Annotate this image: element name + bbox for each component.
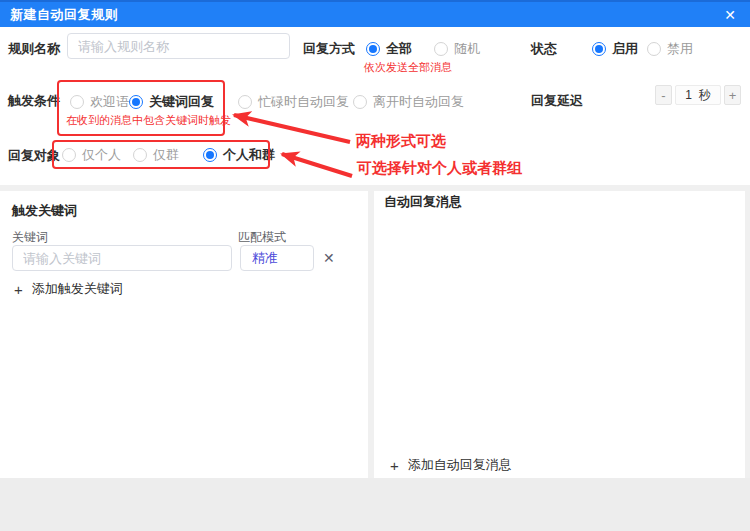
radio-label: 仅个人 (82, 146, 121, 164)
radio-label: 禁用 (667, 40, 693, 58)
radio-status-disabled[interactable]: 禁用 (647, 40, 693, 58)
radio-unselected-icon (133, 148, 147, 162)
close-icon[interactable]: ✕ (720, 6, 740, 24)
delay-number: 1 (685, 88, 692, 102)
radio-unselected-icon (353, 95, 367, 109)
match-mode-select[interactable]: 精准 (240, 245, 314, 271)
radio-target-group[interactable]: 仅群 (133, 146, 179, 164)
trigger-condition-label: 触发条件 (8, 92, 60, 110)
delay-plus-button[interactable]: + (724, 85, 741, 105)
rule-name-input[interactable] (67, 33, 290, 59)
radio-unselected-icon (238, 95, 252, 109)
match-mode-value: 精准 (252, 249, 278, 267)
radio-trigger-welcome[interactable]: 欢迎语 (70, 93, 129, 111)
radio-label: 启用 (612, 40, 638, 58)
radio-label: 忙碌时自动回复 (258, 93, 349, 111)
radio-label: 个人和群 (223, 146, 275, 164)
status-label: 状态 (531, 40, 557, 58)
radio-trigger-busy[interactable]: 忙碌时自动回复 (238, 93, 349, 111)
annotation-arrow-target (282, 154, 352, 176)
radio-unselected-icon (70, 95, 84, 109)
radio-trigger-keyword[interactable]: 关键词回复 (129, 93, 214, 111)
delay-minus-button[interactable]: - (655, 85, 672, 105)
trigger-keywords-panel (0, 191, 368, 478)
radio-label: 随机 (454, 40, 480, 58)
radio-selected-icon (366, 42, 380, 56)
plus-icon: + (390, 458, 399, 473)
plus-icon: + (14, 282, 23, 297)
add-auto-reply-message-label: 添加自动回复消息 (408, 456, 512, 474)
dialog-titlebar: 新建自动回复规则 ✕ (0, 0, 750, 27)
radio-selected-icon (592, 42, 606, 56)
annotation-arrow-trigger (234, 115, 350, 142)
radio-target-both[interactable]: 个人和群 (203, 146, 275, 164)
radio-label: 仅群 (153, 146, 179, 164)
trigger-condition-hint: 在收到的消息中包含关键词时触发 (66, 113, 231, 128)
rule-name-label: 规则名称 (8, 40, 60, 58)
message-panel-title: 自动回复消息 (384, 193, 462, 211)
radio-label: 离开时自动回复 (373, 93, 464, 111)
radio-unselected-icon (434, 42, 448, 56)
radio-label: 全部 (386, 40, 412, 58)
annotation-note-target: 可选择针对个人或者群组 (357, 159, 522, 178)
radio-unselected-icon (62, 148, 76, 162)
keyword-label: 关键词 (12, 229, 48, 246)
radio-reply-mode-all[interactable]: 全部 (366, 40, 412, 58)
reply-mode-label: 回复方式 (303, 40, 355, 58)
radio-trigger-away[interactable]: 离开时自动回复 (353, 93, 464, 111)
delay-unit: 秒 (699, 87, 711, 104)
radio-label: 欢迎语 (90, 93, 129, 111)
radio-selected-icon (203, 148, 217, 162)
remove-keyword-icon[interactable]: ✕ (323, 251, 335, 265)
radio-selected-icon (129, 95, 143, 109)
add-trigger-keyword-button[interactable]: + 添加触发关键词 (14, 280, 123, 298)
reply-target-label: 回复对象 (8, 147, 60, 165)
reply-delay-stepper: - 1 秒 + (655, 85, 741, 105)
delay-value: 1 秒 (675, 85, 721, 105)
add-trigger-keyword-label: 添加触发关键词 (32, 280, 123, 298)
keyword-input[interactable] (12, 245, 232, 271)
radio-target-person[interactable]: 仅个人 (62, 146, 121, 164)
dialog-footer: 取消 保存 (0, 478, 750, 531)
add-auto-reply-message-button[interactable]: + 添加自动回复消息 (390, 456, 512, 474)
reply-delay-label: 回复延迟 (531, 92, 583, 110)
match-mode-label: 匹配模式 (238, 229, 286, 246)
reply-mode-hint: 依次发送全部消息 (364, 60, 452, 75)
keyword-panel-title: 触发关键词 (12, 202, 77, 220)
dialog-title: 新建自动回复规则 (10, 6, 118, 24)
auto-reply-messages-panel (374, 191, 745, 478)
radio-unselected-icon (647, 42, 661, 56)
radio-label: 关键词回复 (149, 93, 214, 111)
radio-reply-mode-random[interactable]: 随机 (434, 40, 480, 58)
annotation-note-trigger: 两种形式可选 (356, 132, 446, 151)
radio-status-enabled[interactable]: 启用 (592, 40, 638, 58)
